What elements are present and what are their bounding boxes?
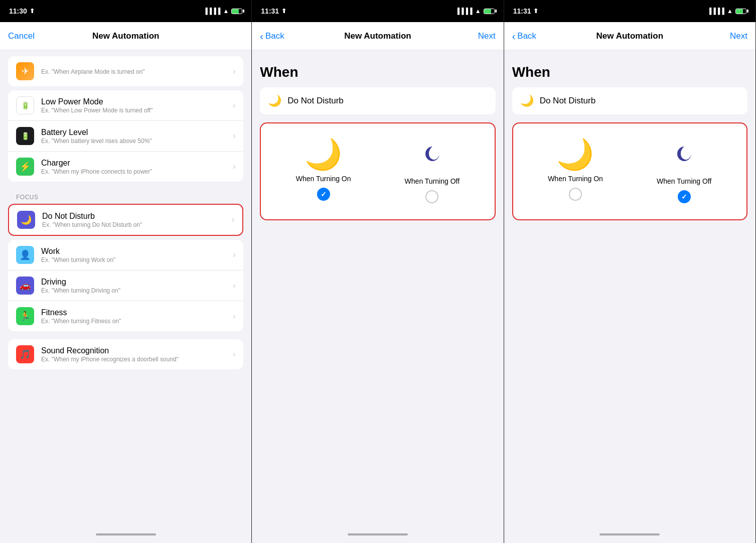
trigger-label-3: Do Not Disturb — [540, 96, 595, 106]
sound-recognition-chevron: › — [233, 350, 235, 359]
do-not-disturb-chevron: › — [232, 215, 234, 224]
work-chevron: › — [233, 250, 235, 259]
signal-icon-3: ▐▐▐▐ — [707, 8, 724, 15]
trigger-label-2: Do Not Disturb — [287, 96, 343, 106]
charger-chevron: › — [233, 162, 235, 171]
charger-item[interactable]: ⚡ Charger Ex. "When my iPhone connects t… — [8, 152, 243, 182]
panel1-content: ✈ Ex. "When Airplane Mode is turned on" … — [0, 50, 251, 526]
option-turning-on-3[interactable]: 🌙 When Turning On — [521, 131, 630, 211]
battery-icon-2 — [484, 9, 495, 14]
panel-2: 11:31 ⬆ ▐▐▐▐ ▲ ‹ Back New Automation Nex… — [252, 0, 504, 543]
when-section-3: When 🌙 Do Not Disturb — [504, 56, 755, 114]
airplane-text: Ex. "When Airplane Mode is turned on" — [41, 68, 226, 75]
nav-title-2: New Automation — [295, 31, 460, 41]
home-indicator-2 — [252, 526, 503, 543]
trigger-pill-2: 🌙 Do Not Disturb — [260, 87, 495, 114]
back-button-3[interactable]: ‹ Back — [512, 31, 547, 41]
signal-icon-1: ▐▐▐▐ — [203, 8, 220, 15]
radio-on-3[interactable] — [569, 188, 582, 201]
wifi-icon-1: ▲ — [223, 8, 229, 15]
battery-level-text: Battery Level Ex. "When battery level ri… — [41, 128, 226, 145]
nav-title-1: New Automation — [43, 31, 208, 41]
low-power-text: Low Power Mode Ex. "When Low Power Mode … — [41, 97, 226, 114]
home-bar-1 — [96, 533, 156, 535]
option-turning-off-2[interactable]: When Turning Off — [378, 131, 487, 211]
driving-icon: 🚗 — [16, 277, 34, 295]
battery-level-icon: 🔋 — [16, 127, 34, 145]
location-icon-3: ⬆ — [533, 8, 538, 15]
power-section: 🔋 Low Power Mode Ex. "When Low Power Mod… — [8, 90, 243, 182]
driving-item[interactable]: 🚗 Driving Ex. "When turning Driving on" … — [8, 270, 243, 301]
toggle-options-3: 🌙 When Turning On When Turning Off — [512, 122, 747, 220]
do-not-disturb-text: Do Not Disturb Ex. "When turning Do Not … — [42, 212, 225, 228]
wifi-icon-3: ▲ — [727, 8, 733, 15]
nav-bar-3: ‹ Back New Automation Next — [504, 22, 755, 50]
sound-section: 🎵 Sound Recognition Ex. "When my iPhone … — [8, 339, 243, 369]
panel3-content: When 🌙 Do Not Disturb 🌙 When Turning On … — [504, 50, 755, 526]
home-indicator-3 — [504, 526, 755, 543]
battery-icon-3 — [735, 9, 746, 14]
driving-text: Driving Ex. "When turning Driving on" — [41, 278, 226, 294]
panel2-content: When 🌙 Do Not Disturb 🌙 When Turning On … — [252, 50, 503, 526]
radio-off-2[interactable] — [425, 190, 438, 203]
work-item[interactable]: 👤 Work Ex. "When turning Work on" › — [8, 240, 243, 270]
fitness-item[interactable]: 🏃 Fitness Ex. "When turning Fitness on" … — [8, 301, 243, 331]
home-indicator-1 — [0, 526, 251, 543]
trigger-moon-2: 🌙 — [268, 94, 281, 107]
radio-off-3[interactable] — [678, 190, 691, 203]
status-bar-1: 11:30 ⬆ ▐▐▐▐ ▲ — [0, 0, 251, 22]
signal-icon-2: ▐▐▐▐ — [456, 8, 473, 15]
when-section-2: When 🌙 Do Not Disturb — [252, 56, 503, 114]
low-power-icon: 🔋 — [16, 96, 34, 114]
low-power-item[interactable]: 🔋 Low Power Mode Ex. "When Low Power Mod… — [8, 90, 243, 121]
airplane-section: ✈ Ex. "When Airplane Mode is turned on" … — [8, 56, 243, 86]
time-1: 11:30 — [9, 7, 27, 15]
airplane-item[interactable]: ✈ Ex. "When Airplane Mode is turned on" … — [8, 56, 243, 86]
work-icon: 👤 — [16, 246, 34, 264]
wifi-icon-2: ▲ — [475, 8, 481, 15]
charger-text: Charger Ex. "When my iPhone connects to … — [41, 159, 226, 175]
home-bar-2 — [348, 533, 408, 535]
panel-1: 11:30 ⬆ ▐▐▐▐ ▲ Cancel New Automation ✈ E… — [0, 0, 252, 543]
fitness-chevron: › — [233, 312, 235, 321]
trigger-moon-3: 🌙 — [520, 94, 534, 107]
sound-recognition-text: Sound Recognition Ex. "When my iPhone re… — [41, 346, 226, 363]
battery-level-chevron: › — [233, 131, 235, 141]
time-2: 11:31 — [261, 7, 279, 15]
radio-on-2[interactable] — [317, 188, 330, 201]
battery-level-item[interactable]: 🔋 Battery Level Ex. "When battery level … — [8, 121, 243, 152]
moon-off-icon-2 — [418, 140, 446, 172]
low-power-chevron: › — [233, 101, 235, 110]
option-on-label-2: When Turning On — [296, 175, 351, 183]
option-off-label-3: When Turning Off — [657, 177, 711, 185]
back-label-2: Back — [265, 31, 284, 41]
driving-chevron: › — [233, 281, 235, 290]
location-icon-2: ⬆ — [281, 8, 286, 15]
nav-bar-2: ‹ Back New Automation Next — [252, 22, 503, 50]
do-not-disturb-item[interactable]: 🌙 Do Not Disturb Ex. "When turning Do No… — [9, 205, 242, 235]
moon-on-icon-3: 🌙 — [556, 140, 594, 170]
nav-bar-1: Cancel New Automation — [0, 22, 251, 50]
next-button-3[interactable]: Next — [712, 31, 747, 41]
sound-recognition-item[interactable]: 🎵 Sound Recognition Ex. "When my iPhone … — [8, 339, 243, 369]
option-turning-on-2[interactable]: 🌙 When Turning On — [269, 131, 378, 211]
airplane-chevron: › — [233, 67, 235, 76]
back-chevron-2: ‹ — [260, 31, 263, 41]
panel-3: 11:31 ⬆ ▐▐▐▐ ▲ ‹ Back New Automation Nex… — [504, 0, 756, 543]
next-button-2[interactable]: Next — [461, 31, 496, 41]
do-not-disturb-icon: 🌙 — [17, 211, 35, 229]
time-3: 11:31 — [513, 7, 531, 15]
status-bar-3: 11:31 ⬆ ▐▐▐▐ ▲ — [504, 0, 755, 22]
do-not-disturb-section: 🌙 Do Not Disturb Ex. "When turning Do No… — [8, 204, 243, 236]
toggle-options-2: 🌙 When Turning On When Turning Off — [260, 122, 495, 220]
option-turning-off-3[interactable]: When Turning Off — [630, 131, 738, 211]
option-off-label-2: When Turning Off — [405, 177, 460, 185]
nav-title-3: New Automation — [547, 31, 712, 41]
moon-on-icon-2: 🌙 — [305, 140, 342, 170]
status-bar-2: 11:31 ⬆ ▐▐▐▐ ▲ — [252, 0, 503, 22]
battery-icon-1 — [231, 9, 242, 14]
focus-items-section: 👤 Work Ex. "When turning Work on" › 🚗 Dr… — [8, 240, 243, 331]
back-button-2[interactable]: ‹ Back — [260, 31, 295, 41]
cancel-button[interactable]: Cancel — [8, 31, 43, 41]
airplane-icon: ✈ — [16, 62, 34, 80]
